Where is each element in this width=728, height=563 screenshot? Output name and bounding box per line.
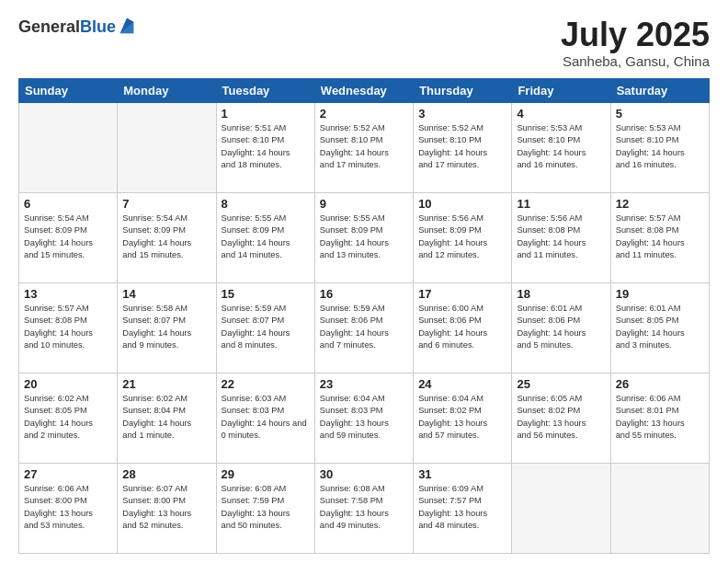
calendar-cell: 22Sunrise: 6:03 AMSunset: 8:03 PMDayligh… [216, 373, 314, 463]
logo-general: GeneralBlue [18, 17, 116, 37]
day-number: 26 [616, 377, 704, 391]
day-info: Sunrise: 5:55 AMSunset: 8:09 PMDaylight:… [320, 213, 408, 262]
calendar-cell: 12Sunrise: 5:57 AMSunset: 8:08 PMDayligh… [610, 192, 709, 282]
calendar-cell: 16Sunrise: 5:59 AMSunset: 8:06 PMDayligh… [314, 282, 413, 373]
day-number: 9 [320, 197, 408, 211]
day-info: Sunrise: 5:52 AMSunset: 8:10 PMDaylight:… [418, 122, 506, 172]
logo-icon [117, 17, 137, 37]
day-number: 30 [320, 467, 408, 481]
calendar-cell: 18Sunrise: 6:01 AMSunset: 8:06 PMDayligh… [512, 282, 610, 373]
calendar-cell: 26Sunrise: 6:06 AMSunset: 8:01 PMDayligh… [610, 373, 709, 463]
day-number: 12 [616, 197, 704, 211]
calendar-cell: 28Sunrise: 6:07 AMSunset: 8:00 PMDayligh… [118, 463, 216, 553]
weekday-header-wednesday: Wednesday [314, 78, 413, 102]
day-info: Sunrise: 6:05 AMSunset: 8:02 PMDaylight:… [517, 393, 605, 442]
weekday-header-friday: Friday [512, 78, 610, 102]
day-info: Sunrise: 6:00 AMSunset: 8:06 PMDaylight:… [418, 303, 506, 352]
day-number: 5 [616, 107, 704, 121]
day-info: Sunrise: 6:04 AMSunset: 8:02 PMDaylight:… [418, 393, 506, 442]
day-info: Sunrise: 5:51 AMSunset: 8:10 PMDaylight:… [222, 122, 310, 172]
weekday-header-tuesday: Tuesday [216, 78, 314, 102]
day-number: 4 [517, 107, 605, 121]
calendar-cell: 7Sunrise: 5:54 AMSunset: 8:09 PMDaylight… [118, 192, 216, 282]
day-info: Sunrise: 5:56 AMSunset: 8:08 PMDaylight:… [517, 213, 605, 262]
day-number: 22 [222, 377, 310, 391]
weekday-header-row: SundayMondayTuesdayWednesdayThursdayFrid… [19, 78, 710, 102]
day-number: 14 [122, 287, 210, 301]
header: GeneralBlue July 2025 Sanheba, Gansu, Ch… [18, 17, 710, 69]
day-number: 31 [418, 467, 506, 481]
day-info: Sunrise: 6:06 AMSunset: 8:01 PMDaylight:… [616, 393, 704, 442]
weekday-header-saturday: Saturday [610, 78, 709, 102]
calendar-cell [19, 102, 118, 192]
calendar-cell: 30Sunrise: 6:08 AMSunset: 7:58 PMDayligh… [314, 463, 413, 553]
day-info: Sunrise: 6:04 AMSunset: 8:03 PMDaylight:… [320, 393, 408, 442]
calendar-cell: 19Sunrise: 6:01 AMSunset: 8:05 PMDayligh… [610, 282, 709, 373]
weekday-header-sunday: Sunday [19, 78, 118, 102]
day-info: Sunrise: 6:03 AMSunset: 8:03 PMDaylight:… [222, 393, 310, 442]
week-row-1: 1Sunrise: 5:51 AMSunset: 8:10 PMDaylight… [19, 102, 710, 192]
day-number: 13 [24, 287, 112, 301]
logo: GeneralBlue [18, 17, 137, 37]
day-info: Sunrise: 5:54 AMSunset: 8:09 PMDaylight:… [24, 213, 112, 262]
calendar-cell: 25Sunrise: 6:05 AMSunset: 8:02 PMDayligh… [512, 373, 610, 463]
day-number: 27 [24, 467, 112, 481]
day-number: 2 [320, 107, 408, 121]
day-info: Sunrise: 5:53 AMSunset: 8:10 PMDaylight:… [616, 122, 704, 172]
day-info: Sunrise: 6:06 AMSunset: 8:00 PMDaylight:… [24, 483, 112, 533]
calendar-cell: 23Sunrise: 6:04 AMSunset: 8:03 PMDayligh… [314, 373, 413, 463]
day-info: Sunrise: 6:09 AMSunset: 7:57 PMDaylight:… [418, 483, 506, 533]
day-info: Sunrise: 5:55 AMSunset: 8:09 PMDaylight:… [222, 213, 310, 262]
week-row-5: 27Sunrise: 6:06 AMSunset: 8:00 PMDayligh… [19, 463, 710, 553]
calendar-cell: 24Sunrise: 6:04 AMSunset: 8:02 PMDayligh… [414, 373, 512, 463]
day-info: Sunrise: 5:54 AMSunset: 8:09 PMDaylight:… [122, 213, 210, 262]
day-number: 17 [418, 287, 506, 301]
day-number: 28 [122, 467, 210, 481]
calendar-cell: 13Sunrise: 5:57 AMSunset: 8:08 PMDayligh… [19, 282, 118, 373]
calendar-cell: 15Sunrise: 5:59 AMSunset: 8:07 PMDayligh… [216, 282, 314, 373]
weekday-header-monday: Monday [118, 78, 216, 102]
day-info: Sunrise: 5:57 AMSunset: 8:08 PMDaylight:… [24, 303, 112, 352]
calendar-title: July 2025 [561, 17, 710, 53]
calendar-cell: 8Sunrise: 5:55 AMSunset: 8:09 PMDaylight… [216, 192, 314, 282]
day-number: 3 [418, 107, 506, 121]
day-number: 6 [24, 197, 112, 211]
calendar-cell: 17Sunrise: 6:00 AMSunset: 8:06 PMDayligh… [414, 282, 512, 373]
day-info: Sunrise: 6:01 AMSunset: 8:05 PMDaylight:… [616, 303, 704, 352]
title-section: July 2025 Sanheba, Gansu, China [561, 17, 710, 69]
day-info: Sunrise: 5:57 AMSunset: 8:08 PMDaylight:… [616, 213, 704, 262]
calendar-cell [610, 463, 709, 553]
calendar-table: SundayMondayTuesdayWednesdayThursdayFrid… [18, 78, 710, 554]
calendar-cell: 3Sunrise: 5:52 AMSunset: 8:10 PMDaylight… [414, 102, 512, 192]
calendar-page: GeneralBlue July 2025 Sanheba, Gansu, Ch… [0, 0, 728, 563]
calendar-cell: 11Sunrise: 5:56 AMSunset: 8:08 PMDayligh… [512, 192, 610, 282]
day-info: Sunrise: 5:59 AMSunset: 8:06 PMDaylight:… [320, 303, 408, 352]
calendar-cell: 10Sunrise: 5:56 AMSunset: 8:09 PMDayligh… [414, 192, 512, 282]
calendar-cell [512, 463, 610, 553]
week-row-4: 20Sunrise: 6:02 AMSunset: 8:05 PMDayligh… [19, 373, 710, 463]
day-info: Sunrise: 5:52 AMSunset: 8:10 PMDaylight:… [320, 122, 408, 172]
day-number: 20 [24, 377, 112, 391]
day-info: Sunrise: 6:02 AMSunset: 8:05 PMDaylight:… [24, 393, 112, 442]
calendar-cell [118, 102, 216, 192]
day-number: 11 [517, 197, 605, 211]
calendar-cell: 4Sunrise: 5:53 AMSunset: 8:10 PMDaylight… [512, 102, 610, 192]
day-info: Sunrise: 6:08 AMSunset: 7:59 PMDaylight:… [222, 483, 310, 533]
day-number: 1 [222, 107, 310, 121]
day-number: 10 [418, 197, 506, 211]
day-info: Sunrise: 5:56 AMSunset: 8:09 PMDaylight:… [418, 213, 506, 262]
day-number: 19 [616, 287, 704, 301]
day-info: Sunrise: 6:01 AMSunset: 8:06 PMDaylight:… [517, 303, 605, 352]
calendar-cell: 31Sunrise: 6:09 AMSunset: 7:57 PMDayligh… [414, 463, 512, 553]
day-number: 25 [517, 377, 605, 391]
day-info: Sunrise: 6:08 AMSunset: 7:58 PMDaylight:… [320, 483, 408, 533]
day-number: 21 [122, 377, 210, 391]
calendar-cell: 21Sunrise: 6:02 AMSunset: 8:04 PMDayligh… [118, 373, 216, 463]
day-info: Sunrise: 5:59 AMSunset: 8:07 PMDaylight:… [222, 303, 310, 352]
calendar-cell: 20Sunrise: 6:02 AMSunset: 8:05 PMDayligh… [19, 373, 118, 463]
calendar-cell: 6Sunrise: 5:54 AMSunset: 8:09 PMDaylight… [19, 192, 118, 282]
weekday-header-thursday: Thursday [414, 78, 512, 102]
day-number: 7 [122, 197, 210, 211]
day-number: 16 [320, 287, 408, 301]
day-number: 15 [222, 287, 310, 301]
